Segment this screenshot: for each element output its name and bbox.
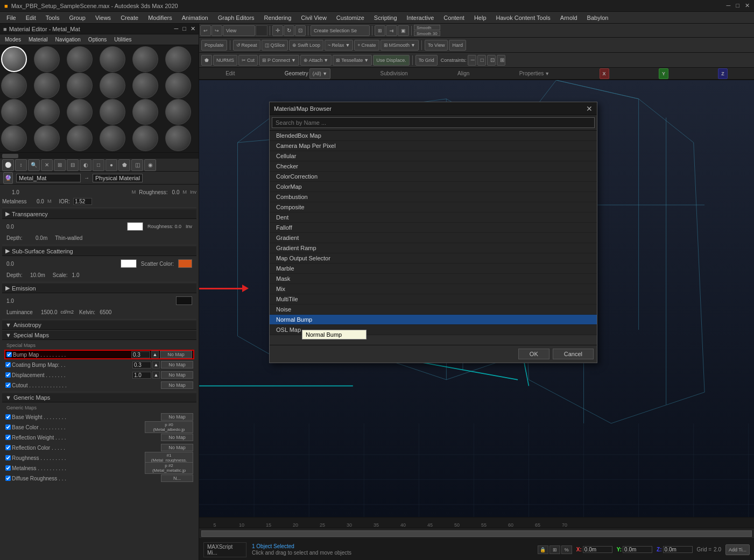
reflection-color-checkbox[interactable]: [5, 445, 11, 450]
list-item-gradient-ramp[interactable]: Gradient Ramp: [270, 243, 597, 253]
list-item-osl-map[interactable]: OSL Map: [270, 325, 597, 335]
scatter-color-swatch[interactable]: [178, 259, 192, 268]
cutout-btn[interactable]: No Map: [161, 381, 193, 389]
sss-section[interactable]: ▶ Sub-Surface Scattering: [2, 246, 196, 256]
reflection-weight-checkbox[interactable]: [5, 435, 11, 440]
mat-editor-maximize[interactable]: □: [182, 25, 186, 32]
x-btn[interactable]: X: [600, 68, 609, 79]
mat-tb-btn12[interactable]: ◉: [144, 159, 156, 171]
mat-tb-btn7[interactable]: ◐: [80, 159, 91, 171]
snap-status-btn[interactable]: ⊞: [549, 545, 560, 554]
mat-menu-utilities[interactable]: Utilities: [111, 36, 134, 43]
list-item-mask[interactable]: Mask: [270, 274, 597, 284]
list-item-noise[interactable]: Noise: [270, 304, 597, 315]
repeat-btn[interactable]: ↺ Repeat: [233, 40, 260, 51]
mat-menu-options[interactable]: Options: [86, 36, 109, 43]
menu-modifiers[interactable]: Modifiers: [144, 13, 177, 22]
sphere-19[interactable]: [1, 125, 27, 151]
sphere-7[interactable]: [1, 73, 27, 98]
menu-rendering[interactable]: Rendering: [260, 13, 296, 22]
menu-edit[interactable]: Edit: [22, 13, 40, 22]
diffuse-roughness-btn[interactable]: N...: [161, 474, 193, 482]
reflection-color-btn[interactable]: No Map: [161, 444, 193, 451]
sphere-4[interactable]: [100, 46, 125, 72]
nurms-btn[interactable]: NURMS: [213, 55, 237, 66]
to-view-btn[interactable]: To View: [425, 40, 448, 51]
mat-tb-btn3[interactable]: 🔍: [28, 159, 40, 171]
list-item-mix[interactable]: Mix: [270, 284, 597, 294]
sphere-12[interactable]: [165, 73, 191, 98]
menu-animation[interactable]: Animation: [178, 13, 213, 22]
roughness-map-checkbox[interactable]: [5, 455, 11, 460]
list-item-falloff[interactable]: Falloff: [270, 223, 597, 233]
add-time-btn[interactable]: Add Ti...: [725, 544, 750, 555]
anisotropy-section[interactable]: ▼ Anisotropy: [2, 321, 196, 330]
populate-btn[interactable]: Populate: [201, 40, 227, 51]
list-item-color-correction[interactable]: ColorCorrection: [270, 172, 597, 182]
menu-interactive[interactable]: Interactive: [403, 13, 439, 22]
list-item-colormap[interactable]: ColorMap: [270, 182, 597, 192]
mat-type-selector[interactable]: Physical Material: [93, 174, 143, 182]
emission-section[interactable]: ▶ Emission: [2, 283, 196, 293]
timeline[interactable]: [199, 528, 754, 538]
sphere-16[interactable]: [100, 99, 125, 125]
viewport-canvas[interactable]: Material/Map Browser ✕ BlendedBox Map Ca…: [199, 80, 754, 517]
sphere-22[interactable]: [100, 125, 125, 151]
create-geo-btn[interactable]: + Create: [354, 40, 379, 51]
mat-tb-btn5[interactable]: ⊞: [54, 159, 66, 171]
dialog-close-btn[interactable]: ✕: [586, 104, 593, 113]
constraint-extra[interactable]: ⊞: [497, 55, 505, 66]
make-planar-btn[interactable]: ⬟: [201, 55, 212, 66]
sphere-hscroll[interactable]: [0, 152, 199, 159]
mat-menu-modes[interactable]: Modes: [2, 36, 24, 43]
coating-bump-spinner[interactable]: ▲: [152, 361, 160, 368]
menu-babylon[interactable]: Babylon: [583, 13, 613, 22]
list-item-dent[interactable]: Dent: [270, 212, 597, 223]
sphere-10[interactable]: [100, 73, 125, 98]
move-btn[interactable]: ✛: [272, 25, 283, 36]
menu-tools[interactable]: Tools: [41, 13, 64, 22]
timeline-track[interactable]: [201, 530, 752, 537]
relax-btn[interactable]: ~ Relax ▼: [325, 40, 353, 51]
menu-customize[interactable]: Customize: [332, 13, 369, 22]
cut-btn[interactable]: ✂ Cut: [238, 55, 258, 66]
mat-tb-btn2[interactable]: ↕: [15, 159, 27, 171]
select-filter[interactable]: View: [223, 25, 255, 36]
list-item-composite[interactable]: Composite: [270, 202, 597, 212]
menu-create[interactable]: Create: [116, 13, 143, 22]
displacement-spinner[interactable]: ▲: [152, 371, 160, 379]
sphere-5[interactable]: [132, 46, 158, 72]
mirror-btn[interactable]: ⊞: [375, 25, 385, 36]
list-item-normal-bump[interactable]: Normal Bump: [270, 315, 597, 325]
menu-arnold[interactable]: Arnold: [556, 13, 582, 22]
sphere-21[interactable]: [67, 125, 93, 151]
ok-button[interactable]: OK: [518, 349, 549, 359]
displacement-value[interactable]: [132, 372, 151, 379]
mat-tb-delete[interactable]: ✕: [41, 159, 53, 171]
maximize-btn[interactable]: □: [736, 2, 739, 9]
sphere-2[interactable]: [34, 46, 60, 72]
lock-btn[interactable]: 🔒: [538, 545, 548, 554]
displacement-checkbox[interactable]: [5, 372, 11, 378]
constraint-face[interactable]: □: [477, 55, 486, 66]
undo-btn[interactable]: ↩: [200, 25, 211, 36]
sphere-24[interactable]: [165, 125, 191, 151]
sphere-15[interactable]: [67, 99, 93, 125]
tessellate-btn[interactable]: ⊠ Tessellate ▼: [333, 55, 372, 66]
dialog-titlebar[interactable]: Material/Map Browser ✕: [270, 102, 597, 115]
to-grid-btn[interactable]: To Grid: [415, 55, 438, 66]
coating-bump-btn[interactable]: No Map: [161, 361, 193, 368]
redo-btn[interactable]: ↪: [212, 25, 222, 36]
mat-editor-close[interactable]: ✕: [191, 25, 195, 32]
minimize-btn[interactable]: ─: [727, 2, 731, 9]
mat-tb-btn1[interactable]: ⚪: [2, 159, 14, 171]
metalness-map-checkbox[interactable]: [5, 465, 11, 471]
p-connect-btn[interactable]: ⊞ P Connect ▼: [259, 55, 299, 66]
list-item-combustion[interactable]: Combustion: [270, 192, 597, 202]
mat-name-input[interactable]: [16, 174, 81, 182]
y-btn[interactable]: Y: [659, 68, 668, 79]
menu-help[interactable]: Help: [470, 13, 491, 22]
list-item-cellular[interactable]: Cellular: [270, 151, 597, 161]
bump-map-value[interactable]: [131, 351, 150, 358]
cancel-button[interactable]: Cancel: [553, 349, 594, 359]
